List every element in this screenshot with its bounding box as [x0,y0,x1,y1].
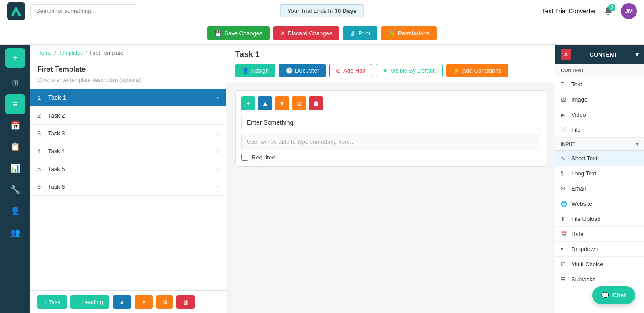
text-icon: T [561,81,568,88]
panel-item-date[interactable]: 📅 Date [555,227,644,242]
nav-item-settings[interactable]: 🔧 [5,180,25,199]
add-halt-button[interactable]: ⊘ Add Halt [329,64,372,77]
field-up-button[interactable]: ▲ [258,96,272,110]
search-input[interactable] [30,4,137,17]
copy-button[interactable]: ⧉ [156,295,173,309]
move-up-button[interactable]: ▲ [113,295,131,309]
panel-item-short-text[interactable]: ✎ Short Text [555,151,644,166]
nav-item-add[interactable]: + [5,48,25,68]
halt-icon: ⊘ [336,67,341,74]
task-item[interactable]: 5 Task 5 › [30,160,226,178]
field-copy-button[interactable]: ⧉ [292,96,306,110]
required-checkbox[interactable] [241,154,248,161]
panel-item-text[interactable]: T Text [555,77,644,92]
panel-item-multi-choice[interactable]: ☑ Multi Choice [555,257,644,272]
field-toolbar: + ▲ ▼ ⧉ 🗑 [241,96,540,110]
long-text-icon: ¶ [561,171,568,177]
input-section-header: INPUT ▾ [555,138,644,151]
nav-item-dashboard[interactable]: ⊞ [5,73,25,93]
nav-item-tasks[interactable]: ≡ [5,94,25,114]
notification-icon[interactable]: 3 [601,4,615,18]
eye-icon: 👁 [382,67,388,74]
panel-item-video[interactable]: ▶ Video [555,107,644,122]
field-add-button[interactable]: + [241,96,255,110]
content-body: + ▲ ▼ ⧉ 🗑 User will be able to type some… [226,83,555,313]
save-button[interactable]: 💾 Save Changes [207,26,269,40]
chevron-left-icon: ‹ [217,94,219,101]
permissions-icon: 🔒 [388,30,395,37]
field-placeholder-text: User will be able to type something here… [241,134,540,150]
panel-item-dropdown[interactable]: ▾ Dropdown [555,242,644,257]
panel-item-website[interactable]: 🌐 Website [555,196,644,211]
content-header: Task 1 👤 Assign 🕐 Due After ⊘ Add Halt 👁… [226,45,555,83]
template-description[interactable]: Click to enter template description (opt… [30,75,226,89]
content-area: Task 1 👤 Assign 🕐 Due After ⊘ Add Halt 👁… [226,45,555,313]
chevron-right-icon: › [217,130,219,137]
task-actions: 👤 Assign 🕐 Due After ⊘ Add Halt 👁 Visibl… [235,64,546,77]
due-after-button[interactable]: 🕐 Due After [279,64,326,77]
task-list: 1 ‹ 2 Task 2 › 3 Task 3 › 4 Task 4 › [30,89,226,290]
assign-button[interactable]: 👤 Assign [235,64,275,77]
nav-item-reports[interactable]: 📊 [5,159,25,178]
action-bar: 💾 Save Changes ✕ Discard Changes 🖨 Print… [0,22,644,45]
move-down-button[interactable]: ▼ [135,295,153,309]
field-down-button[interactable]: ▼ [275,96,289,110]
subtasks-icon: ☰ [561,276,568,283]
add-heading-button[interactable]: + Heading [70,295,110,309]
file-upload-icon: ⬆ [561,216,568,222]
right-panel: ✕ CONTENT ▾ CONTENT T Text 🖼 Image ▶ Vid… [555,45,644,313]
email-icon: ✉ [561,186,568,192]
content-section-header: CONTENT [555,64,644,77]
field-delete-button[interactable]: 🗑 [309,96,323,110]
task-item[interactable]: 1 ‹ [30,89,226,107]
panel-item-file-upload[interactable]: ⬆ File Upload [555,211,644,227]
nav-item-teams[interactable]: 👥 [5,223,25,242]
task-name-input[interactable] [48,94,217,101]
panel-item-long-text[interactable]: ¶ Long Text [555,166,644,181]
visible-by-default-button[interactable]: 👁 Visible By Default [376,64,443,77]
breadcrumb-home[interactable]: Home [37,50,52,56]
panel-item-subtasks[interactable]: ☰ Subtasks [555,272,644,287]
delete-button[interactable]: 🗑 [176,295,195,309]
panel-title: CONTENT [590,51,618,58]
field-label-input[interactable] [241,115,540,130]
avatar[interactable]: JM [621,3,637,19]
notif-badge: 3 [608,4,615,11]
chat-button[interactable]: 💬 Chat [592,286,635,304]
chat-icon: 💬 [601,292,609,299]
left-nav: + ⊞ ≡ 📅 📋 📊 🔧 👤 👥 [0,45,30,313]
chevron-right-icon: › [217,166,219,172]
task-item[interactable]: 4 Task 4 › [30,142,226,160]
multi-choice-icon: ☑ [561,261,568,268]
nav-item-documents[interactable]: 📋 [5,137,25,157]
task-item[interactable]: 6 Task 6 › [30,178,226,196]
top-right: Test Trial Converter 3 JM [542,3,637,19]
print-button[interactable]: 🖨 Print [343,26,377,40]
website-icon: 🌐 [561,201,568,207]
discard-button[interactable]: ✕ Discard Changes [273,26,340,40]
close-panel-button[interactable]: ✕ [561,49,571,60]
panel-item-email[interactable]: ✉ Email [555,181,644,196]
breadcrumb-templates[interactable]: Templates [58,50,83,56]
template-title: First Template [30,60,226,75]
required-label: Required [252,154,275,161]
nav-item-calendar[interactable]: 📅 [5,116,25,135]
permissions-button[interactable]: 🔒 Permissions [381,26,437,40]
breadcrumb: Home / Templates / First Template [30,45,226,60]
video-icon: ▶ [561,112,568,118]
logo [7,2,25,20]
panel-item-image[interactable]: 🖼 Image [555,92,644,107]
nav-item-users[interactable]: 👤 [5,201,25,221]
task-item[interactable]: 2 Task 2 › [30,107,226,125]
trial-banner: Your Trial Ends In 30 Days [280,4,364,17]
right-panel-header: ✕ CONTENT ▾ [555,45,644,64]
short-text-icon: ✎ [561,155,568,162]
required-row: Required [241,154,540,161]
clock-icon: 🕐 [286,67,293,74]
add-conditions-button[interactable]: ⚡ Add Conditions [446,64,508,77]
add-task-button[interactable]: + Task [37,295,67,309]
save-icon: 💾 [214,30,222,37]
panel-item-file[interactable]: 📄 File [555,122,644,138]
task-item[interactable]: 3 Task 3 › [30,125,226,142]
file-icon: 📄 [561,127,568,133]
